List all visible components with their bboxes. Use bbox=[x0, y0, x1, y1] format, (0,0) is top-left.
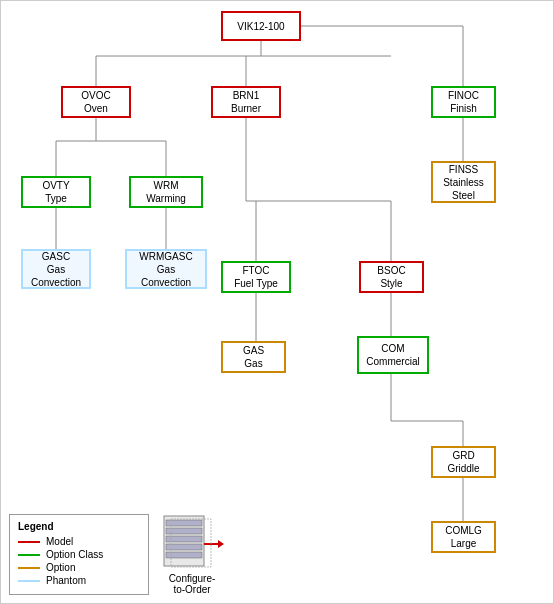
node-wrm: WRMWarming bbox=[129, 176, 203, 208]
node-finoc: FINOCFinish bbox=[431, 86, 496, 118]
legend-label-phantom: Phantom bbox=[46, 575, 86, 586]
configure-icon bbox=[156, 511, 228, 571]
legend-label-option-class: Option Class bbox=[46, 549, 103, 560]
legend-item-option-class: Option Class bbox=[18, 549, 140, 560]
node-wrmgasc: WRMGASCGasConvection bbox=[125, 249, 207, 289]
node-root: VIK12-100 bbox=[221, 11, 301, 41]
node-ovoc: OVOCOven bbox=[61, 86, 131, 118]
legend-swatch-option-class bbox=[18, 554, 40, 556]
legend-swatch-model bbox=[18, 541, 40, 543]
node-gas: GASGas bbox=[221, 341, 286, 373]
legend-box: Legend Model Option Class Option Phantom bbox=[9, 514, 149, 595]
node-finss: FINSSStainlessSteel bbox=[431, 161, 496, 203]
node-com: COMCommercial bbox=[357, 336, 429, 374]
legend-label-option: Option bbox=[46, 562, 75, 573]
node-gasc: GASCGasConvection bbox=[21, 249, 91, 289]
configure-svg bbox=[156, 514, 228, 569]
legend-item-option: Option bbox=[18, 562, 140, 573]
legend-title: Legend bbox=[18, 521, 140, 532]
configure-to-order-box[interactable]: Configure-to-Order bbox=[156, 511, 228, 595]
node-brn1: BRN1Burner bbox=[211, 86, 281, 118]
legend-label-model: Model bbox=[46, 536, 73, 547]
node-comlg: COMLGLarge bbox=[431, 521, 496, 553]
legend-item-phantom: Phantom bbox=[18, 575, 140, 586]
legend-swatch-phantom bbox=[18, 580, 40, 582]
configure-label: Configure-to-Order bbox=[156, 573, 228, 595]
node-grd: GRDGriddle bbox=[431, 446, 496, 478]
node-ovty: OVTYType bbox=[21, 176, 91, 208]
legend-swatch-option bbox=[18, 567, 40, 569]
node-bsoc: BSOCStyle bbox=[359, 261, 424, 293]
legend-item-model: Model bbox=[18, 536, 140, 547]
node-ftoc: FTOCFuel Type bbox=[221, 261, 291, 293]
diagram-container: VIK12-100 OVOCOven BRN1Burner FINOCFinis… bbox=[0, 0, 554, 604]
svg-marker-30 bbox=[218, 540, 224, 548]
